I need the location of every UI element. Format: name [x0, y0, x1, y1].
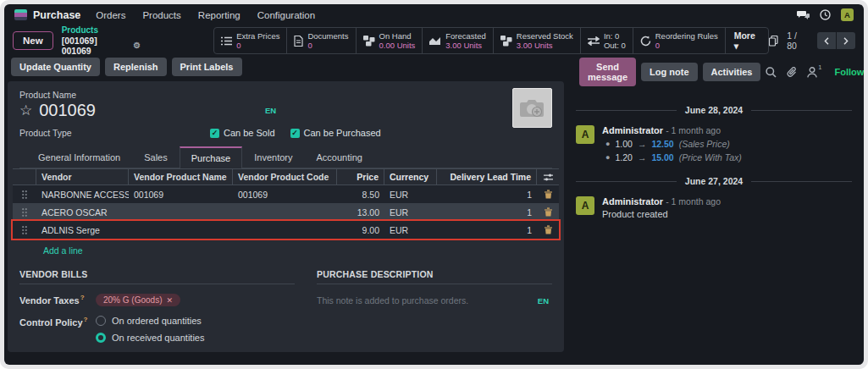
tab-general-information[interactable]: General Information: [26, 146, 132, 168]
stat-button-reordering-rules[interactable]: Reordering Rules0: [633, 28, 726, 53]
activities-button[interactable]: Activities: [703, 63, 761, 81]
header-vendor[interactable]: Vendor: [36, 169, 129, 184]
cell-vendor[interactable]: NARBONNE ACCESSOIRES: [36, 190, 129, 200]
tax-tag[interactable]: 20% G (Goods) ✕: [96, 294, 180, 306]
radio-on-received-quantities[interactable]: On received quantities: [96, 333, 204, 343]
vendor-bills-section: VENDOR BILLS Vendor Taxes? 20% G (Goods)…: [19, 269, 295, 343]
nav-item-orders[interactable]: Orders: [96, 10, 125, 20]
vendor-bills-title: VENDOR BILLS: [19, 269, 295, 284]
cell-currency[interactable]: EUR: [384, 190, 437, 200]
activity-clock-icon[interactable]: [820, 9, 831, 20]
cell-lead-time[interactable]: 1: [437, 190, 537, 200]
stat-button-documents[interactable]: Documents0: [287, 28, 356, 53]
table-row-highlighted[interactable]: ADLNIS Serge 9.00 EUR 1: [13, 221, 559, 239]
header-vendor-product-name[interactable]: Vendor Product Name: [129, 169, 233, 184]
date-divider: June 28, 2024: [576, 105, 852, 115]
following-button[interactable]: Following: [834, 67, 864, 77]
tab-accounting[interactable]: Accounting: [304, 146, 373, 168]
navbar-systray: A: [797, 8, 854, 21]
drag-handle-icon[interactable]: [13, 190, 36, 199]
stat-button-forecasted[interactable]: Forecasted3.00 Units: [423, 28, 494, 53]
copy-pages-icon[interactable]: [769, 36, 778, 47]
help-marker[interactable]: ?: [84, 316, 88, 323]
nav-item-configuration[interactable]: Configuration: [257, 10, 315, 20]
chatter-toolbar: Send message Log note Activities 1 Follo…: [567, 56, 864, 91]
cell-currency[interactable]: EUR: [384, 225, 437, 235]
cell-vendor[interactable]: ADLNIS Serge: [36, 225, 129, 235]
table-row[interactable]: ACERO OSCAR 13.00 EUR 1: [13, 203, 559, 221]
drag-handle-icon[interactable]: [13, 226, 36, 234]
header-price[interactable]: Price: [337, 169, 384, 184]
favorite-star-icon[interactable]: ☆: [19, 102, 32, 119]
pager-next-button[interactable]: [837, 32, 855, 49]
cell-price[interactable]: 8.50: [337, 190, 384, 200]
delete-row-icon[interactable]: [537, 225, 559, 234]
chatter-panel: Send message Log note Activities 1 Follo…: [567, 56, 864, 365]
attachments-icon[interactable]: [787, 67, 797, 78]
cell-price[interactable]: 9.00: [337, 225, 384, 235]
header-currency[interactable]: Currency: [384, 169, 437, 184]
replenish-button[interactable]: Replenish: [105, 58, 167, 76]
tab-sales[interactable]: Sales: [132, 146, 180, 168]
refresh-icon: [640, 36, 651, 47]
cell-vendor[interactable]: ACERO OSCAR: [36, 207, 129, 218]
message-text: Product created: [602, 209, 721, 219]
radio-on-ordered-quantities[interactable]: On ordered quantities: [96, 316, 204, 326]
avatar[interactable]: A: [576, 125, 594, 144]
cell-lead-time[interactable]: 1: [437, 207, 537, 218]
app-name[interactable]: Purchase: [33, 9, 80, 21]
tab-inventory[interactable]: Inventory: [242, 146, 304, 168]
drag-handle-icon[interactable]: [13, 208, 36, 217]
delete-row-icon[interactable]: [537, 190, 559, 199]
avatar[interactable]: A: [576, 196, 594, 215]
message-thread: June 28, 2024 A Administrator - 1 month …: [567, 91, 864, 233]
nav-item-products[interactable]: Products: [142, 10, 180, 20]
search-messages-icon[interactable]: [766, 67, 777, 78]
can-be-sold-checkbox[interactable]: ✓ Can be Sold: [210, 128, 275, 138]
breadcrumb: Products [001069] 001069 ⚙: [62, 25, 141, 56]
send-message-button[interactable]: Send message: [579, 58, 636, 86]
cell-product-code[interactable]: 001069: [233, 190, 337, 200]
can-be-purchased-checkbox[interactable]: ✓ Can be Purchased: [290, 128, 381, 138]
gear-icon[interactable]: ⚙: [133, 41, 141, 51]
help-marker[interactable]: ?: [80, 294, 85, 301]
delete-row-icon[interactable]: [537, 207, 559, 217]
more-button[interactable]: More ▾: [726, 28, 768, 53]
print-labels-button[interactable]: Print Labels: [172, 58, 242, 76]
translate-badge[interactable]: EN: [265, 106, 276, 115]
log-note-button[interactable]: Log note: [641, 63, 697, 81]
translate-badge[interactable]: EN: [538, 296, 549, 306]
user-avatar[interactable]: A: [841, 8, 854, 21]
product-name-value[interactable]: 001069: [39, 101, 96, 120]
cell-lead-time[interactable]: 1: [437, 225, 537, 235]
nav-item-reporting[interactable]: Reporting: [198, 10, 240, 20]
update-quantity-button[interactable]: Update Quantity: [11, 58, 100, 76]
stat-button-reserved-stock[interactable]: Reserved Stock3.00 Units: [494, 28, 581, 53]
tag-remove-icon[interactable]: ✕: [166, 296, 173, 305]
header-vendor-product-code[interactable]: Vendor Product Code: [233, 169, 337, 184]
header-delivery-lead-time[interactable]: Delivery Lead Time: [437, 169, 537, 184]
pager-previous-button[interactable]: [817, 32, 836, 49]
tab-purchase[interactable]: Purchase: [180, 146, 242, 168]
followers-icon[interactable]: 1: [807, 67, 817, 78]
notebook-tabs: General Information Sales Purchase Inven…: [19, 146, 552, 168]
new-button[interactable]: New: [13, 31, 53, 50]
breadcrumb-parent[interactable]: Products: [62, 25, 141, 36]
message-author[interactable]: Administrator: [602, 196, 663, 207]
message-author[interactable]: Administrator: [602, 125, 663, 135]
messages-icon[interactable]: [797, 10, 810, 20]
stat-button-extra-prices[interactable]: Extra Prices0: [214, 28, 287, 53]
cell-price[interactable]: 13.00: [337, 207, 384, 218]
table-row[interactable]: NARBONNE ACCESSOIRES 001069 001069 8.50 …: [13, 185, 559, 203]
cell-product-name[interactable]: 001069: [129, 190, 233, 200]
purchase-description-input[interactable]: This note is added to purchase orders.: [317, 295, 552, 306]
stat-button-box: Extra Prices0 Documents0 On Hand0.00 Uni…: [213, 27, 769, 54]
optional-columns-icon[interactable]: [537, 169, 559, 184]
add-a-line-link[interactable]: Add a line: [13, 239, 559, 256]
purchase-app-icon[interactable]: [14, 9, 27, 20]
stat-button-in-out[interactable]: In: 0Out: 0: [581, 28, 633, 53]
stat-button-on-hand[interactable]: On Hand0.00 Units: [357, 28, 423, 53]
cell-currency[interactable]: EUR: [384, 207, 437, 218]
vendor-pricelist-table: Vendor Vendor Product Name Vendor Produc…: [13, 168, 559, 256]
product-image-placeholder[interactable]: [512, 88, 552, 128]
